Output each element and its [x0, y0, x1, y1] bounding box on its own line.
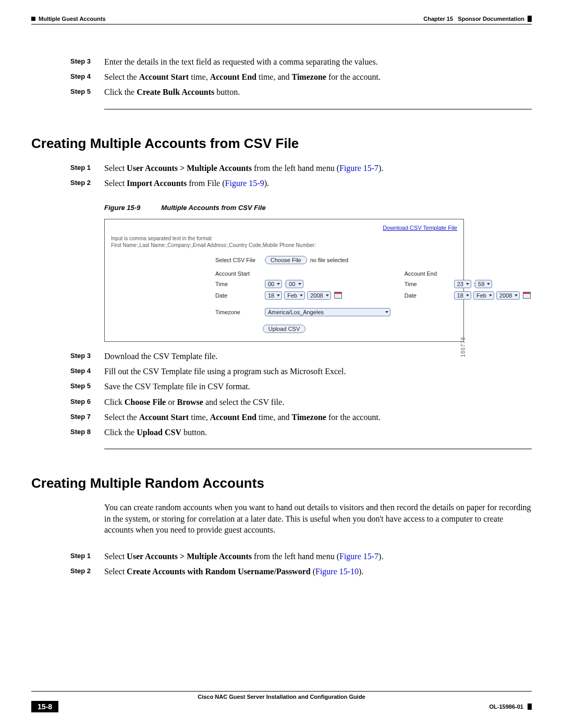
header-chapter-label: Chapter 15 [423, 16, 453, 22]
doc-code: OL-15986-01 [489, 704, 532, 710]
step-text: Save the CSV Template file in CSV format… [104, 380, 532, 392]
divider [104, 449, 532, 449]
link-figure-15-9[interactable]: Figure 15-9 [225, 179, 264, 188]
choose-file-button[interactable]: Choose File [265, 256, 307, 264]
step-label: Step 3 [70, 350, 104, 362]
end-hour-select[interactable]: 23 [454, 280, 471, 288]
random-intro-paragraph: You can create random accounts when you … [104, 502, 532, 536]
divider [104, 109, 532, 109]
header-section-title: Multiple Guest Accounts [39, 16, 106, 22]
step-text: Enter the details in the text field as r… [104, 56, 532, 68]
time-label: Time [405, 281, 454, 287]
start-month-select[interactable]: Feb [284, 291, 305, 300]
heading-csv: Creating Multiple Accounts from CSV File [31, 135, 532, 152]
header-rule [31, 24, 532, 24]
calendar-icon[interactable] [523, 292, 531, 299]
start-minute-select[interactable]: 00 [286, 280, 303, 288]
step-label: Step 3 [70, 56, 104, 68]
step-label: Step 7 [70, 411, 104, 423]
account-start-label: Account Start [215, 270, 265, 277]
end-day-select[interactable]: 18 [454, 291, 471, 300]
format-hint-line1: Input is comma separated text in the for… [111, 235, 457, 242]
step-label: Step 6 [70, 396, 104, 408]
date-label: Date [405, 292, 454, 299]
figure-caption: Figure 15-9Multiple Accounts from CSV Fi… [104, 204, 532, 212]
step-text: Click the Create Bulk Accounts button. [104, 86, 532, 98]
link-figure-15-10[interactable]: Figure 15-10 [315, 567, 359, 576]
step-label: Step 5 [70, 380, 104, 392]
download-csv-template-link[interactable]: Download CSV Template File [111, 225, 457, 231]
end-minute-select[interactable]: 59 [475, 280, 492, 288]
step-text: Fill out the CSV Template file using a p… [104, 365, 532, 377]
step-label: Step 8 [70, 426, 104, 438]
calendar-icon[interactable] [334, 292, 342, 299]
time-label: Time [215, 281, 265, 287]
step-text: Select Import Accounts from File (Figure… [104, 177, 532, 189]
end-year-select[interactable]: 2008 [496, 291, 520, 300]
step-text: Download the CSV Template file. [104, 350, 532, 362]
step-label: Step 4 [70, 365, 104, 377]
step-text: Click Choose File or Browse and select t… [104, 396, 532, 408]
header-square-icon [31, 17, 35, 21]
account-end-label: Account End [405, 270, 454, 277]
step-label: Step 1 [70, 550, 104, 562]
step-text: Select the Account Start time, Account E… [104, 411, 532, 423]
footer-guide-title: Cisco NAC Guest Server Installation and … [31, 694, 532, 700]
start-year-select[interactable]: 2008 [307, 291, 331, 300]
step-text: Select Create Accounts with Random Usern… [104, 565, 532, 577]
figure-side-number: 186778 [460, 337, 466, 357]
step-label: Step 4 [70, 71, 104, 83]
date-label: Date [215, 292, 265, 299]
no-file-selected-text: no file selected [310, 257, 348, 263]
timezone-select[interactable]: America/Los_Angeles [265, 308, 390, 316]
page-number-badge: 15-8 [31, 701, 58, 712]
heading-random: Creating Multiple Random Accounts [31, 475, 532, 491]
step-text: Select the Account Start time, Account E… [104, 71, 532, 83]
timezone-label: Timezone [215, 309, 265, 315]
end-month-select[interactable]: Feb [473, 291, 494, 300]
link-figure-15-7[interactable]: Figure 15-7 [339, 164, 378, 172]
select-csv-label: Select CSV File [215, 257, 265, 263]
format-hint-line2: First Name:,Last Name:,Company:,Email Ad… [111, 242, 457, 249]
figure-15-9: Download CSV Template File Input is comm… [104, 219, 464, 342]
step-label: Step 5 [70, 86, 104, 98]
step-label: Step 1 [70, 162, 104, 174]
step-label: Step 2 [70, 565, 104, 577]
step-text: Select User Accounts > Multiple Accounts… [104, 162, 532, 174]
step-text: Select User Accounts > Multiple Accounts… [104, 550, 532, 562]
start-day-select[interactable]: 18 [265, 291, 282, 300]
link-figure-15-7[interactable]: Figure 15-7 [339, 552, 378, 561]
step-text: Click the Upload CSV button. [104, 426, 532, 438]
header-chapter-title: Sponsor Documentation [458, 16, 524, 22]
step-label: Step 2 [70, 177, 104, 189]
upload-csv-button[interactable]: Upload CSV [263, 325, 306, 333]
footer-rule [31, 691, 532, 692]
start-hour-select[interactable]: 00 [265, 280, 282, 288]
